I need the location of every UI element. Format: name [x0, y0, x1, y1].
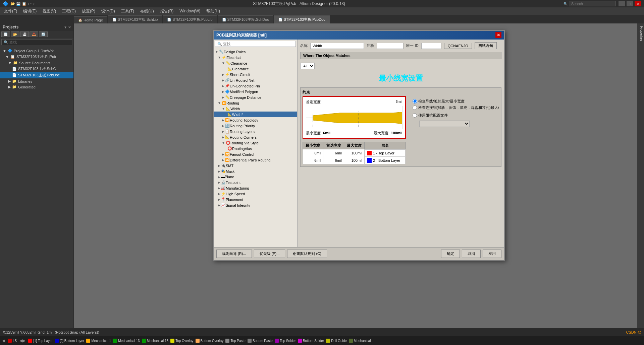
layer-top-solder[interactable]: Top Solder	[275, 339, 296, 343]
layer-mech13[interactable]: Mechanical 13	[113, 339, 140, 343]
import-button[interactable]: 📥	[30, 31, 38, 37]
rule-routing-topology[interactable]: ▶ 🔀 Routing Topology	[214, 117, 297, 123]
rule-creepage[interactable]: ▶ 📏 Creepage Distance	[214, 94, 297, 100]
tab-home[interactable]: 🏠Home Page	[74, 16, 107, 23]
rule-unconnected-pin[interactable]: ▶ 📌 Un-Connected Pin	[214, 83, 297, 89]
menu-item-report[interactable]: 报告(R)	[157, 8, 176, 15]
rule-plane[interactable]: ▶ ▬ Plane	[214, 174, 297, 180]
rule-modified-polygon[interactable]: ▶ 🔷 Modified Polygon	[214, 89, 297, 94]
rule-smt[interactable]: ▶ 🔌 SMT	[214, 163, 297, 168]
tab-schlib[interactable]: 📄STM32F103主板.SchLib	[108, 15, 162, 23]
rule-manufacturing[interactable]: ▶ 🏭 Manufacturing	[214, 185, 297, 191]
layer-label: [2] Bottom Layer	[60, 339, 84, 343]
rule-high-speed[interactable]: ▶ ⚡ High Speed	[214, 191, 297, 197]
tree-item-generated[interactable]: ▶ 📁 Generated	[0, 84, 73, 90]
rule-width-group[interactable]: ▼ 📐 Width	[214, 106, 297, 112]
menu-item-help[interactable]: 帮助(H)	[204, 8, 223, 15]
qc-button[interactable]: QCNAENJO	[444, 43, 472, 49]
tree-item-project[interactable]: ▼ 📋 STM32F103主板.PrjPcb	[0, 54, 73, 60]
tab-schdoc[interactable]: 📄STM32F103主板.SchDoc	[218, 15, 273, 23]
rule-unrouted-net[interactable]: ▶ 🔗 Un-Routed Net	[214, 77, 297, 83]
rule-clearance-group[interactable]: ▼ 📏 Clearance	[214, 60, 297, 66]
rule-routing-vias[interactable]: ⭕ RoutingVias	[214, 146, 297, 151]
menu-item-route[interactable]: 布线(U)	[138, 8, 157, 15]
menu-item-place[interactable]: 放置(P)	[79, 8, 98, 15]
search-input[interactable]	[569, 1, 616, 6]
rule-clearance[interactable]: 📐 Clearance	[214, 66, 297, 72]
rules-search-input[interactable]	[215, 41, 296, 47]
layer-bottom-paste[interactable]: Bottom Paste	[248, 339, 273, 343]
new-button[interactable]: 📄	[1, 31, 10, 37]
layer-bottom-overlay[interactable]: Bottom Overlay	[196, 339, 224, 343]
apply-button[interactable]: 应用	[483, 250, 501, 258]
layer-scroll-2[interactable]: ◀▶	[19, 338, 25, 343]
rule-placement[interactable]: ▶ 📍 Placement	[214, 197, 297, 202]
rule-testpoint[interactable]: ▶ 🔬 Testpoint	[214, 180, 297, 185]
dialog-close-button[interactable]: ✕	[495, 32, 501, 38]
layer-mechanical[interactable]: Mechanical	[349, 339, 371, 343]
radio-check-copper[interactable]	[413, 106, 417, 110]
menu-item-window[interactable]: Window(W)	[177, 8, 203, 14]
rule-routing-via-style[interactable]: ▼ ⭕ Routing Via Style	[214, 140, 297, 146]
properties-tab[interactable]: Properties	[639, 23, 644, 328]
menu-item-tools[interactable]: 工具(T)	[118, 8, 137, 15]
rule-electrical[interactable]: ▼ ⚡ Electrical	[214, 55, 297, 60]
layer-mech15[interactable]: Mechanical 15	[142, 339, 168, 343]
rule-routing-group[interactable]: ▼ 🔀 Routing	[214, 100, 297, 106]
layer-scroll-left[interactable]: ◀	[2, 338, 5, 343]
tree-item-pcbdoc[interactable]: 📄 STM32F103主板.PcbDoc	[0, 72, 73, 78]
tree-item-libraries[interactable]: ▶ 📁 Libraries	[0, 78, 73, 84]
tree-item-schdoc[interactable]: 📄 STM32F103主板.SchC	[0, 66, 73, 72]
tab-pcbdoc[interactable]: 📄STM32F103主板.PcbDoc	[274, 15, 330, 23]
rule-wizard-button[interactable]: 规则向导 (R)...	[216, 250, 252, 258]
rule-routing-priority[interactable]: ▶ 🔢 Routing Priority	[214, 123, 297, 129]
maximize-button[interactable]: □	[627, 1, 633, 6]
close-button[interactable]: ✕	[635, 1, 641, 6]
rules-search-area[interactable]	[214, 40, 297, 48]
menu-item-edit[interactable]: 编辑(E)	[20, 8, 39, 15]
menu-item-file[interactable]: 文件(F)	[1, 8, 20, 15]
sidebar-search-input[interactable]	[1, 39, 72, 45]
save-button[interactable]: 💾	[20, 31, 29, 37]
comment-input[interactable]	[377, 43, 404, 49]
rule-diff-pairs[interactable]: ▶ 🔀 Differential Pairs Routing	[214, 157, 297, 163]
layer-bottom[interactable]: [2] Bottom Layer	[55, 339, 84, 343]
tab-pcblib[interactable]: 📄STM32F103主板.PcbLib	[163, 15, 217, 23]
where-select[interactable]: All	[300, 63, 315, 69]
layer-mech1[interactable]: Mechanical 1	[86, 339, 111, 343]
rule-routing-corners[interactable]: ▶ 📐 Routing Corners	[214, 134, 297, 140]
radio-impedance[interactable]	[413, 113, 417, 118]
menu-item-project[interactable]: 工程(C)	[59, 8, 78, 15]
minimize-button[interactable]: ─	[619, 1, 625, 6]
rule-signal-integrity[interactable]: ▶ 📈 Signal Integrity	[214, 202, 297, 208]
rule-mask[interactable]: ▶ 🎭 Mask	[214, 168, 297, 174]
rule-short-circuit[interactable]: ▶ ⚡ Short-Circuit	[214, 72, 297, 77]
sidebar-search-area[interactable]	[0, 38, 73, 47]
radio-check-traces[interactable]	[413, 99, 417, 104]
search-area[interactable]: 🔍	[564, 1, 616, 6]
rule-name-input[interactable]	[310, 43, 364, 49]
cancel-button[interactable]: 取消	[462, 250, 481, 258]
tree-item-group[interactable]: ▼ 🔷 Project Group 1.DsnWrk	[0, 48, 73, 54]
test-button[interactable]: 测试语句	[475, 42, 497, 49]
menu-item-view[interactable]: 视图(V)	[40, 8, 59, 15]
open-button[interactable]: 📂	[11, 31, 19, 37]
layer-drill-guide[interactable]: Drill Guide	[326, 339, 347, 343]
layer-top[interactable]: [1] Top Layer	[28, 339, 53, 343]
rule-fanout[interactable]: ▶ 🔀 Fanout Control	[214, 151, 297, 157]
create-defaults-button[interactable]: 创建默认规则 (C)	[287, 250, 327, 258]
layer-bottom-solder[interactable]: Bottom Solder	[298, 339, 324, 343]
rule-width-star[interactable]: 📐 Width*	[214, 112, 297, 117]
refresh-button[interactable]: 🔄	[39, 31, 48, 37]
menu-item-design[interactable]: 设计(D)	[99, 8, 118, 15]
rule-design-rules[interactable]: ▼ 🔧 Design Rules	[214, 49, 297, 55]
layer-top-overlay[interactable]: Top Overlay	[170, 339, 193, 343]
ok-button[interactable]: 确定	[441, 250, 460, 258]
impedance-select[interactable]	[419, 121, 470, 127]
unique-id-input[interactable]	[421, 43, 441, 49]
priority-button[interactable]: 优先级 (P)...	[254, 250, 285, 258]
tree-item-source-docs[interactable]: ▼ 📁 Source Documents	[0, 60, 73, 66]
rule-routing-layers[interactable]: ▶ 📋 Routing Layers	[214, 129, 297, 134]
layer-ls[interactable]: LS	[8, 339, 17, 343]
layer-top-paste[interactable]: Top Paste	[225, 339, 245, 343]
